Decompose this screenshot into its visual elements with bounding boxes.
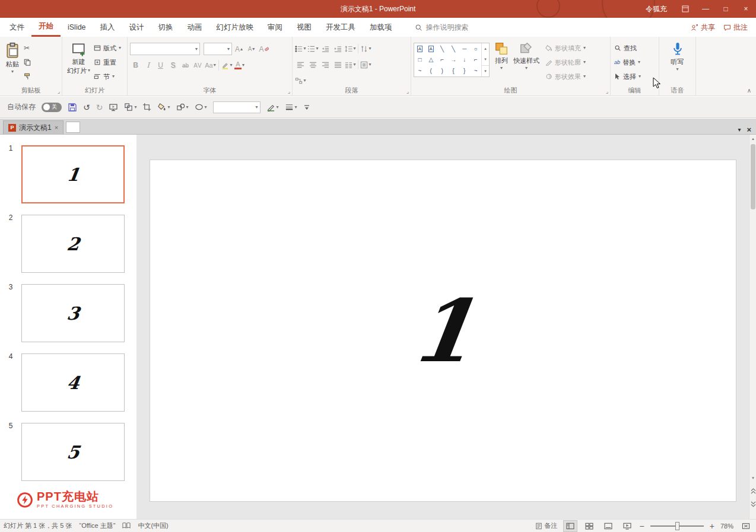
- save-button[interactable]: [68, 103, 77, 112]
- vertical-scrollbar[interactable]: ▴ ▾: [749, 135, 756, 519]
- slide-sorter-view-button[interactable]: [583, 521, 596, 531]
- slide-counter[interactable]: 幻灯片 第 1 张，共 5 张: [4, 521, 72, 530]
- shapes-more-icon[interactable]: ▾: [482, 65, 489, 77]
- increase-indent-button[interactable]: [332, 43, 344, 55]
- shape-oval-icon[interactable]: ○: [474, 46, 478, 52]
- shapes-scroll-up-icon[interactable]: ▴: [482, 43, 489, 54]
- outline-color-button[interactable]: ▾: [266, 103, 279, 112]
- textbox-horizontal-icon[interactable]: A: [417, 46, 423, 53]
- tell-me-search[interactable]: 操作说明搜索: [415, 23, 469, 33]
- shape-fill-button[interactable]: 形状填充▾: [544, 42, 587, 54]
- font-dialog-launcher-icon[interactable]: ⌟: [288, 88, 290, 94]
- font-size-combobox[interactable]: ▾: [204, 43, 232, 55]
- tab-developer[interactable]: 开发工具: [319, 18, 363, 37]
- section-button[interactable]: 节▾: [93, 71, 122, 82]
- tab-design[interactable]: 设计: [122, 18, 151, 37]
- shape-triangle-icon[interactable]: △: [428, 56, 433, 63]
- quick-styles-button[interactable]: 快速样式 ▾: [511, 39, 542, 71]
- reading-view-button[interactable]: [602, 521, 615, 531]
- document-tab-active[interactable]: P 演示文稿1 ×: [3, 120, 63, 134]
- normal-view-button[interactable]: [564, 521, 577, 531]
- cut-button[interactable]: ✂: [23, 42, 32, 54]
- shape-line-icon[interactable]: ╲: [440, 46, 444, 52]
- shape-brace-left-icon[interactable]: {: [452, 68, 454, 74]
- zoom-slider-thumb[interactable]: [675, 522, 679, 530]
- user-name[interactable]: 令狐充: [637, 4, 675, 14]
- slide-thumbnail-5[interactable]: 5: [21, 423, 125, 481]
- shape-arc-icon[interactable]: (: [430, 68, 432, 74]
- spellcheck-indicator[interactable]: [122, 522, 131, 530]
- shape-brace-right-icon[interactable]: }: [463, 68, 465, 74]
- strikethrough-button[interactable]: ab: [180, 59, 191, 71]
- zoom-in-button[interactable]: +: [710, 521, 714, 531]
- shape-fill-quick-button[interactable]: ▾: [157, 103, 170, 112]
- shape-arrow-down-icon[interactable]: ↓: [463, 56, 466, 63]
- shape-outline-button[interactable]: 形状轮廓▾: [544, 56, 587, 68]
- numbering-button[interactable]: ▾: [307, 43, 319, 55]
- paste-button[interactable]: 粘贴 ▾: [2, 39, 23, 74]
- align-text-button[interactable]: ▾: [360, 59, 371, 71]
- align-left-button[interactable]: [295, 59, 306, 71]
- select-button[interactable]: 选择▾: [613, 71, 642, 82]
- tab-addins[interactable]: 加载项: [363, 18, 399, 37]
- redo-button[interactable]: ↻: [96, 103, 103, 112]
- zoom-slider[interactable]: [650, 525, 704, 527]
- start-slideshow-button[interactable]: [109, 103, 118, 112]
- character-spacing-button[interactable]: AV: [192, 59, 204, 71]
- align-center-button[interactable]: [307, 59, 319, 71]
- autosave-toggle[interactable]: 关: [42, 103, 62, 112]
- shape-corner-icon[interactable]: ⌐: [474, 56, 478, 63]
- layout-button[interactable]: 版式▾: [93, 42, 122, 54]
- tab-transitions[interactable]: 切换: [151, 18, 180, 37]
- decrease-indent-button[interactable]: [320, 43, 331, 55]
- collapse-ribbon-button[interactable]: ∧: [747, 87, 751, 94]
- text-shadow-button[interactable]: S: [167, 59, 179, 71]
- shapes-scroll-down-icon[interactable]: ▾: [482, 54, 489, 65]
- reset-button[interactable]: 重置: [93, 56, 122, 68]
- new-slide-button[interactable]: 新建 幻灯片▾: [65, 39, 93, 74]
- slide-thumbnail-panel[interactable]: 1 1 2 2 3 3 4 4 5 5 PPT充电站 PPT CHARGING …: [0, 135, 136, 519]
- italic-button[interactable]: I: [142, 59, 154, 71]
- slide-editing-surface[interactable]: 1: [150, 160, 736, 501]
- blank-document-tab[interactable]: [66, 122, 80, 133]
- shape-freeform-icon[interactable]: ~: [418, 68, 421, 74]
- highlight-color-button[interactable]: ▾: [221, 59, 233, 71]
- align-right-button[interactable]: [320, 59, 331, 71]
- zoom-level[interactable]: 78%: [720, 523, 733, 530]
- maximize-button[interactable]: □: [716, 0, 736, 18]
- justify-button[interactable]: [332, 59, 344, 71]
- pen-weight-button[interactable]: ▾: [285, 103, 297, 112]
- drawing-dialog-launcher-icon[interactable]: ⌟: [606, 88, 608, 94]
- shape-rectangle-icon[interactable]: □: [418, 56, 421, 63]
- tab-review[interactable]: 审阅: [261, 18, 290, 37]
- tab-list-dropdown-icon[interactable]: ▾: [738, 126, 741, 133]
- shape-line-arrow-icon[interactable]: ╲: [452, 46, 455, 52]
- font-color-button[interactable]: A▾: [234, 59, 245, 71]
- text-direction-button[interactable]: ▾: [360, 43, 371, 55]
- shape-effects-button[interactable]: 形状效果▾: [544, 71, 587, 82]
- undo-button[interactable]: ↺: [83, 103, 90, 112]
- clear-formatting-button[interactable]: A: [258, 43, 269, 55]
- scroll-down-icon[interactable]: ▾: [749, 474, 756, 482]
- replace-button[interactable]: ab替换▾: [613, 56, 642, 68]
- shrink-font-button[interactable]: A▾: [246, 43, 257, 55]
- slide-content-number[interactable]: 1: [406, 281, 480, 381]
- arrange-button[interactable]: 排列 ▾: [492, 39, 511, 71]
- tabbar-close-icon[interactable]: ×: [747, 125, 751, 134]
- slide-thumbnail-4[interactable]: 4: [21, 353, 125, 412]
- next-slide-button[interactable]: [749, 499, 756, 509]
- share-button[interactable]: 共享: [691, 23, 715, 33]
- notes-button[interactable]: 备注: [535, 521, 558, 530]
- fit-to-window-button[interactable]: [739, 521, 752, 531]
- bullets-button[interactable]: ▾: [295, 43, 306, 55]
- close-button[interactable]: ×: [736, 0, 756, 18]
- previous-slide-button[interactable]: [749, 486, 756, 496]
- crop-button[interactable]: [142, 103, 151, 112]
- slide-canvas-area[interactable]: 1: [136, 135, 749, 519]
- theme-name[interactable]: “Office 主题”: [80, 521, 116, 530]
- tab-file[interactable]: 文件: [0, 18, 31, 37]
- zoom-out-button[interactable]: −: [640, 521, 644, 531]
- shapes-gallery[interactable]: A A ╲ ╲ ─ ○ □ △ ⌐ → ↓ ⌐ ~ ( ) { }: [414, 43, 490, 77]
- ribbon-display-options-icon[interactable]: [675, 0, 695, 18]
- customize-qat-button[interactable]: [303, 104, 310, 111]
